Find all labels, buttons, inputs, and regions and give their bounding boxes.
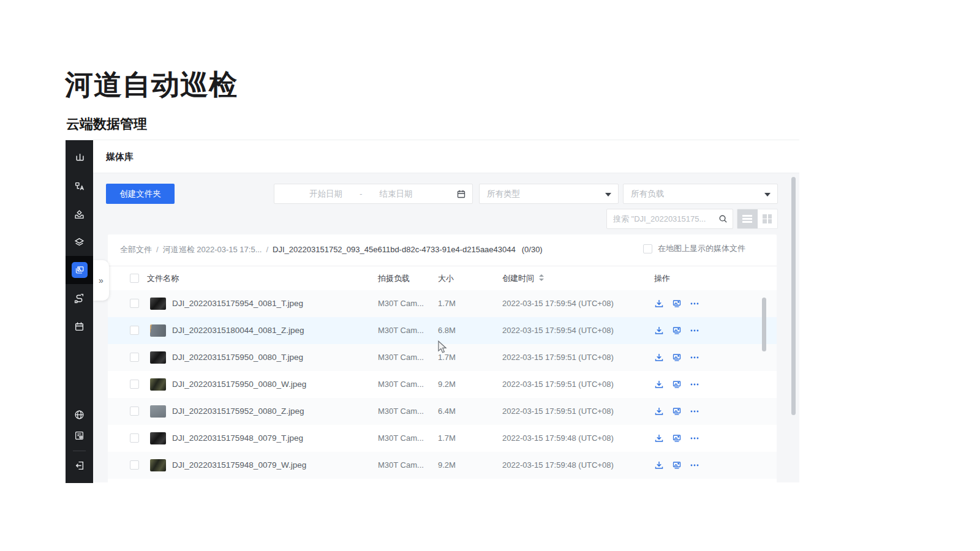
file-size: 1.7M: [438, 290, 456, 317]
breadcrumb-folder[interactable]: 河道巡检 2022-03-15 17:5...: [163, 245, 262, 254]
row-checkbox[interactable]: [130, 299, 139, 308]
view-on-map-icon[interactable]: [672, 353, 682, 362]
sidebar-divider: [73, 451, 86, 451]
date-range-input[interactable]: 开始日期 - 结束日期: [274, 184, 473, 204]
view-on-map-icon[interactable]: [672, 407, 682, 416]
row-checkbox[interactable]: [130, 433, 139, 443]
file-created-time: 2022-03-15 17:59:51 (UTC+08): [502, 398, 614, 425]
mountain-icon: [74, 152, 85, 162]
view-on-map-icon[interactable]: [672, 326, 682, 335]
more-actions-icon[interactable]: [690, 460, 699, 470]
table-row[interactable]: DJI_20220315175952_0080_Z.jpeg M30T Cam.…: [108, 398, 777, 425]
sidebar-item-devices[interactable]: [66, 172, 93, 200]
file-thumbnail[interactable]: [150, 432, 166, 444]
sidebar-item-flight-route[interactable]: [66, 284, 93, 312]
sidebar-item-projects[interactable]: [66, 143, 93, 171]
file-name[interactable]: DJI_20220315175954_0081_T.jpeg: [172, 290, 303, 317]
file-thumbnail[interactable]: [150, 298, 166, 310]
sidebar-item-exit[interactable]: [66, 454, 93, 476]
page-scrollbar[interactable]: [791, 177, 796, 415]
payload-filter-select[interactable]: 所有负载: [623, 184, 778, 204]
file-name[interactable]: DJI_20220315175950_0080_W.jpeg: [172, 371, 306, 398]
file-thumbnail[interactable]: [150, 351, 166, 364]
create-folder-button[interactable]: 创建文件夹: [106, 184, 175, 204]
sidebar-item-device-logs[interactable]: [66, 424, 93, 446]
date-start-placeholder: 开始日期: [309, 189, 342, 200]
sidebar-item-task-plan[interactable]: [66, 312, 93, 340]
date-separator: -: [360, 189, 363, 198]
table-row[interactable]: DJI_20220315180044_0081_Z.jpeg M30T Cam.…: [108, 317, 777, 344]
download-icon[interactable]: [654, 299, 664, 309]
search-placeholder: 搜索 "DJI_20220315175...: [613, 214, 706, 225]
more-actions-icon[interactable]: [690, 407, 699, 416]
list-view-button[interactable]: [737, 209, 758, 228]
sort-created-button[interactable]: [539, 274, 544, 281]
column-header-created[interactable]: 创建时间: [502, 266, 534, 290]
row-checkbox[interactable]: [130, 326, 139, 335]
sidebar-item-language[interactable]: [66, 403, 93, 425]
search-input[interactable]: 搜索 "DJI_20220315175...: [606, 209, 733, 229]
sort-desc-icon: [539, 279, 544, 281]
file-name[interactable]: DJI_20220315175948_0079_T.jpeg: [172, 425, 303, 452]
grid-view-button[interactable]: [758, 209, 778, 228]
view-on-map-icon[interactable]: [672, 433, 682, 443]
breadcrumb-all-files[interactable]: 全部文件: [120, 245, 152, 254]
file-thumbnail[interactable]: [150, 405, 166, 418]
column-header-size[interactable]: 大小: [438, 266, 454, 290]
sidebar-item-material-upload[interactable]: [66, 200, 93, 228]
file-name[interactable]: DJI_20220315175952_0080_Z.jpeg: [172, 398, 304, 425]
upload-tray-icon: [74, 209, 85, 220]
table-row[interactable]: DJI_20220315175948_0079_T.jpeg M30T Cam.…: [108, 425, 777, 452]
column-header-name[interactable]: 文件名称: [147, 266, 179, 290]
row-checkbox[interactable]: [130, 353, 139, 362]
row-checkbox[interactable]: [130, 460, 139, 470]
breadcrumb: 全部文件/河道巡检 2022-03-15 17:5.../DJI_2022031…: [108, 234, 777, 266]
file-thumbnail[interactable]: [150, 459, 166, 471]
row-checkbox[interactable]: [130, 407, 139, 416]
more-actions-icon[interactable]: [690, 326, 699, 335]
download-icon[interactable]: [654, 460, 664, 470]
view-on-map-icon[interactable]: [672, 299, 682, 309]
row-actions: [654, 433, 699, 443]
download-icon[interactable]: [654, 407, 664, 416]
more-actions-icon[interactable]: [690, 380, 699, 389]
table-row[interactable]: DJI_20220315175950_0080_W.jpeg M30T Cam.…: [108, 371, 777, 398]
download-icon[interactable]: [654, 326, 664, 335]
file-thumbnail[interactable]: [150, 378, 166, 391]
select-all-checkbox[interactable]: [130, 274, 139, 283]
file-thumbnail[interactable]: [150, 324, 166, 337]
table-row[interactable]: DJI_20220315175950_0080_T.jpeg M30T Cam.…: [108, 344, 777, 371]
table-row[interactable]: DJI_20220315175954_0081_T.jpeg M30T Cam.…: [108, 290, 777, 317]
sort-asc-icon: [539, 274, 544, 277]
page-title: 河道自动巡检: [65, 66, 238, 104]
sidebar-expand-handle[interactable]: »: [93, 260, 109, 301]
slide: 河道自动巡检 云端数据管理: [0, 0, 980, 551]
more-actions-icon[interactable]: [690, 353, 699, 362]
file-name[interactable]: DJI_20220315180044_0081_Z.jpeg: [172, 317, 304, 344]
download-icon[interactable]: [654, 433, 664, 443]
chevron-down-icon: [605, 193, 611, 197]
column-header-payload[interactable]: 拍摄负载: [378, 266, 410, 290]
sidebar-item-media-library[interactable]: [66, 256, 93, 284]
file-name[interactable]: DJI_20220315175948_0079_W.jpeg: [172, 452, 306, 479]
type-filter-select[interactable]: 所有类型: [479, 184, 619, 204]
sidebar-item-layers[interactable]: [66, 228, 93, 256]
file-created-time: 2022-03-15 17:59:48 (UTC+08): [502, 452, 614, 479]
file-size: 9.2M: [438, 371, 456, 398]
table-row[interactable]: DJI_20220315175948_0079_W.jpeg M30T Cam.…: [108, 452, 777, 479]
more-actions-icon[interactable]: [690, 299, 699, 309]
list-scrollbar[interactable]: [762, 298, 766, 351]
view-on-map-icon[interactable]: [672, 460, 682, 470]
view-on-map-icon[interactable]: [672, 380, 682, 389]
row-actions: [654, 326, 699, 335]
file-name[interactable]: DJI_20220315175950_0080_T.jpeg: [172, 344, 303, 371]
download-icon[interactable]: [654, 380, 664, 389]
file-size: 1.7M: [438, 344, 456, 371]
map-toggle-checkbox[interactable]: [643, 244, 652, 253]
more-actions-icon[interactable]: [690, 433, 699, 443]
chevron-down-icon: [764, 193, 771, 197]
show-on-map-toggle[interactable]: 在地图上显示的媒体文件: [643, 243, 745, 254]
download-icon[interactable]: [654, 353, 664, 362]
row-checkbox[interactable]: [130, 380, 139, 389]
file-payload: M30T Cam...: [378, 290, 424, 317]
